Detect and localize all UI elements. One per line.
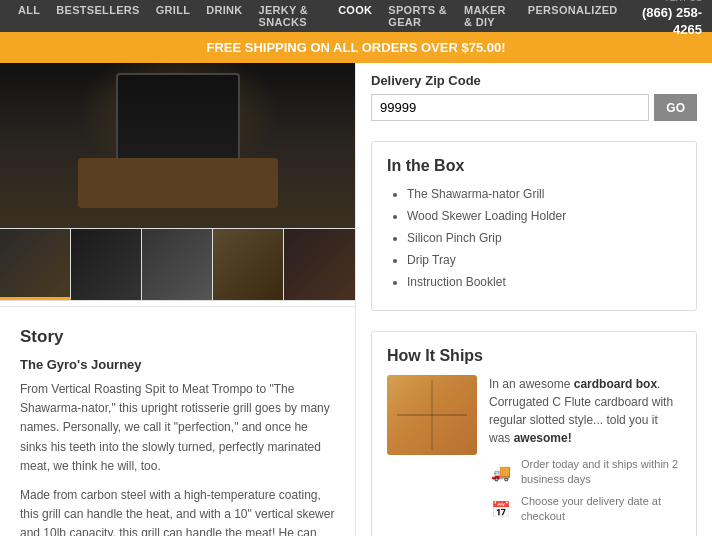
ships-info-text-1: Order today and it ships within 2 busine… [521,457,681,488]
ships-description: In an awesome cardboard box. Corrugated … [489,375,681,447]
ships-info-text-2: Choose your delivery date at checkout [521,494,681,525]
story-section: Story The Gyro's Journey From Vertical R… [0,306,355,536]
box-item-2: Wood Skewer Loading Holder [407,207,681,225]
product-main-image [0,63,355,228]
box-image [387,375,477,455]
zip-section: Delivery Zip Code GO [371,73,697,121]
right-column: Delivery Zip Code GO In the Box The Shaw… [355,63,712,536]
nav-grill[interactable]: GRILL [148,4,199,28]
shipping-banner: FREE SHIPPING ON ALL ORDERS OVER $75.00! [0,32,712,63]
shipping-truck-icon: 🚚 [489,460,513,484]
box-item-4: Drip Tray [407,251,681,269]
thumbnail-4[interactable] [213,229,284,300]
left-column: Story The Gyro's Journey From Vertical R… [0,63,355,536]
nav-drink[interactable]: DRINK [198,4,250,28]
phone-number: (866) 258-4265 [642,5,702,37]
box-item-5: Instruction Booklet [407,273,681,291]
calendar-icon: 📅 [489,497,513,521]
thumbnail-2[interactable] [71,229,142,300]
in-the-box-section: In the Box The Shawarma-nator Grill Wood… [371,141,697,311]
nav-jerky-snacks[interactable]: JERKY & SNACKS [251,4,331,28]
ships-info-item-2: 📅 Choose your delivery date at checkout [489,494,681,525]
nav-personalized[interactable]: PERSONALIZED [520,4,626,28]
top-nav: ALL BESTSELLERS GRILL DRINK JERKY & SNAC… [0,0,712,32]
box-items-list: The Shawarma-nator Grill Wood Skewer Loa… [387,185,681,291]
nav-sports-gear[interactable]: SPORTS & GEAR [380,4,456,28]
thumbnail-3[interactable] [142,229,213,300]
story-title: Story [20,327,335,347]
zip-go-button[interactable]: GO [654,94,697,121]
nav-bestsellers[interactable]: BESTSELLERS [48,4,147,28]
nav-maker-diy[interactable]: MAKER & DIY [456,4,520,28]
story-paragraph-2: Made from carbon steel with a high-tempe… [20,486,335,536]
story-subtitle: The Gyro's Journey [20,357,335,372]
phone-info: TEXT US (866) 258-4265 [626,0,702,39]
thumbnail-strip [0,228,355,301]
story-paragraph-1: From Vertical Roasting Spit to Meat Trom… [20,380,335,476]
thumbnail-5[interactable] [284,229,355,300]
nav-all[interactable]: ALL [10,4,48,28]
main-content: Story The Gyro's Journey From Vertical R… [0,63,712,536]
how-it-ships-section: How It Ships In an awesome cardboard box… [371,331,697,536]
how-it-ships-title: How It Ships [387,347,681,365]
ships-info-item-1: 🚚 Order today and it ships within 2 busi… [489,457,681,488]
nav-links: ALL BESTSELLERS GRILL DRINK JERKY & SNAC… [10,4,626,28]
zip-input-row: GO [371,94,697,121]
ships-text: In an awesome cardboard box. Corrugated … [489,375,681,531]
nav-cook[interactable]: COOK [330,4,380,28]
box-item-1: The Shawarma-nator Grill [407,185,681,203]
zip-input[interactable] [371,94,649,121]
ships-content: In an awesome cardboard box. Corrugated … [387,375,681,531]
box-item-3: Silicon Pinch Grip [407,229,681,247]
in-the-box-title: In the Box [387,157,681,175]
zip-label: Delivery Zip Code [371,73,697,88]
thumbnail-1[interactable] [0,229,71,300]
